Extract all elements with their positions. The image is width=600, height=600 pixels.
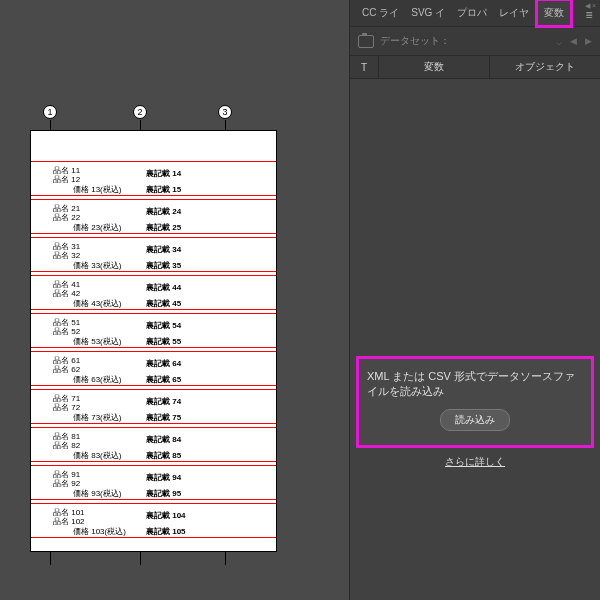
camera-icon[interactable] <box>358 35 374 48</box>
cell-back2: 裏記載 85 <box>146 450 181 461</box>
cell-price: 価格 53(税込) <box>73 336 121 347</box>
tab-properties[interactable]: プロパ <box>451 1 493 25</box>
cell-price: 価格 33(税込) <box>73 260 121 271</box>
cell-back1: 裏記載 44 <box>146 282 181 293</box>
col-variable[interactable]: 変数 <box>379 56 490 78</box>
cell-back2: 裏記載 95 <box>146 488 181 499</box>
tab-variables[interactable]: 変数 <box>535 0 573 28</box>
cell-back2: 裏記載 45 <box>146 298 181 309</box>
cell-price: 価格 83(税込) <box>73 450 121 461</box>
import-text: XML または CSV 形式でデータソースファイルを読み込み <box>367 369 583 399</box>
prev-dataset-icon[interactable]: ◀ <box>570 36 577 46</box>
chevron-down-icon[interactable]: ⌵ <box>556 36 562 47</box>
column-headers: T 変数 オブジェクト <box>350 56 600 79</box>
cell-back2: 裏記載 35 <box>146 260 181 271</box>
tab-svg[interactable]: SVG イ <box>405 1 451 25</box>
column-markers: 1 2 3 <box>30 105 275 130</box>
cell-back1: 裏記載 74 <box>146 396 181 407</box>
import-button[interactable]: 読み込み <box>440 409 510 431</box>
variables-panel: ◀ × CC ライ SVG イ プロパ レイヤ 変数 ≡ データセット： ⌵ ◀… <box>349 0 600 600</box>
cell-back2: 裏記載 55 <box>146 336 181 347</box>
cell-price: 価格 103(税込) <box>73 526 126 537</box>
cell-back2: 裏記載 75 <box>146 412 181 423</box>
cell-price: 価格 93(税込) <box>73 488 121 499</box>
cell-price: 価格 23(税込) <box>73 222 121 233</box>
cell-back1: 裏記載 104 <box>146 510 186 521</box>
col-type[interactable]: T <box>350 56 379 78</box>
dataset-row: データセット： ⌵ ◀ ▶ <box>350 27 600 56</box>
cell-back1: 裏記載 24 <box>146 206 181 217</box>
cell-back1: 裏記載 14 <box>146 168 181 179</box>
cell-back1: 裏記載 64 <box>146 358 181 369</box>
marker-1: 1 <box>43 105 57 119</box>
marker-2: 2 <box>133 105 147 119</box>
cell-price: 価格 43(税込) <box>73 298 121 309</box>
dataset-label: データセット： <box>380 34 450 48</box>
cell-price: 価格 63(税込) <box>73 374 121 385</box>
cell-back2: 裏記載 65 <box>146 374 181 385</box>
learn-more-link[interactable]: さらに詳しく <box>350 455 600 469</box>
next-dataset-icon[interactable]: ▶ <box>585 36 592 46</box>
marker-3: 3 <box>218 105 232 119</box>
cell-back2: 裏記載 25 <box>146 222 181 233</box>
cell-price: 価格 13(税込) <box>73 184 121 195</box>
cell-back2: 裏記載 105 <box>146 526 186 537</box>
document-canvas[interactable]: 品名 11品名 12価格 13(税込)裏記載 14裏記載 15品名 21品名 2… <box>30 130 277 552</box>
cell-back1: 裏記載 34 <box>146 244 181 255</box>
cell-back1: 裏記載 54 <box>146 320 181 331</box>
tab-layers[interactable]: レイヤ <box>493 1 535 25</box>
cell-back1: 裏記載 84 <box>146 434 181 445</box>
cell-back2: 裏記載 15 <box>146 184 181 195</box>
import-box: XML または CSV 形式でデータソースファイルを読み込み 読み込み <box>356 356 594 448</box>
col-object[interactable]: オブジェクト <box>490 56 600 78</box>
panel-tabs: CC ライ SVG イ プロパ レイヤ 変数 ≡ <box>350 0 600 27</box>
cell-back1: 裏記載 94 <box>146 472 181 483</box>
panel-menu-icon[interactable]: ≡ <box>584 8 594 22</box>
cell-price: 価格 73(税込) <box>73 412 121 423</box>
tab-cc-libraries[interactable]: CC ライ <box>356 1 405 25</box>
